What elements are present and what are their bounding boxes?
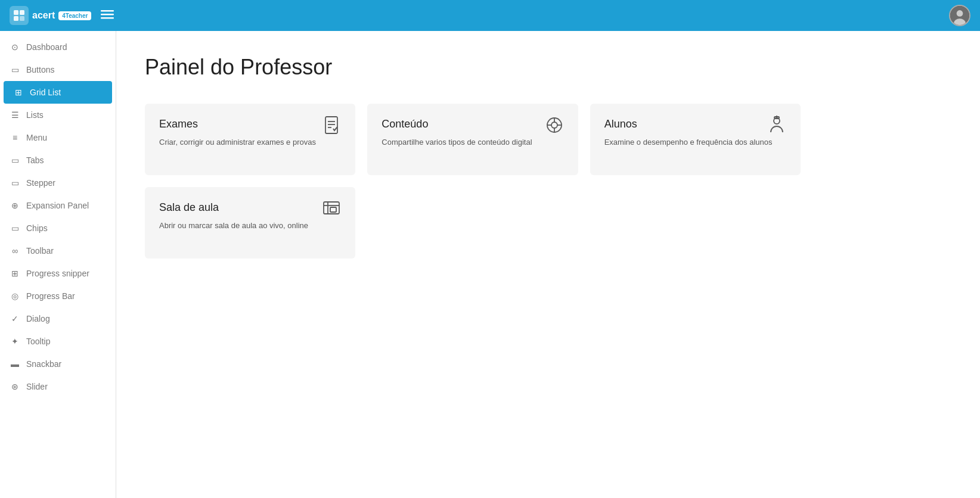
sidebar-label-snackbar: Snackbar bbox=[26, 359, 61, 369]
sidebar-item-expansion-panel[interactable]: ⊕ Expansion Panel bbox=[0, 194, 116, 217]
layout: ⊙ Dashboard ▭ Buttons ⊞ Grid List ☰ List… bbox=[0, 31, 980, 498]
hamburger-button[interactable] bbox=[101, 8, 114, 24]
card-desc-conteudo: Compartilhe varios tipos de conteúdo dig… bbox=[382, 136, 563, 148]
sidebar-item-slider[interactable]: ⊛ Slider bbox=[0, 375, 116, 398]
sidebar-item-menu[interactable]: ≡ Menu bbox=[0, 126, 116, 149]
svg-rect-0 bbox=[14, 10, 18, 15]
sidebar-label-buttons: Buttons bbox=[26, 65, 54, 74]
card-icon-exames bbox=[322, 116, 341, 139]
card-icon-alunos bbox=[767, 116, 786, 139]
card-desc-exames: Criar, corrigir ou administrar exames e … bbox=[159, 136, 341, 148]
svg-rect-26 bbox=[330, 207, 336, 212]
sidebar-item-grid-list[interactable]: ⊞ Grid List bbox=[4, 81, 112, 104]
sidebar-icon-snackbar: ▬ bbox=[10, 359, 20, 369]
main-content: Painel do Professor Exames Criar, corrig… bbox=[116, 31, 980, 498]
sidebar-label-slider: Slider bbox=[26, 382, 48, 391]
card-desc-sala-de-aula: Abrir ou marcar sala de aula ao vivo, on… bbox=[159, 220, 341, 232]
logo[interactable]: acert 4Teacher bbox=[10, 6, 91, 25]
sidebar-label-progress-bar: Progress Bar bbox=[26, 291, 75, 301]
sidebar-item-stepper[interactable]: ▭ Stepper bbox=[0, 172, 116, 194]
sidebar-icon-progress-snipper: ⊞ bbox=[10, 268, 20, 279]
sidebar-icon-grid-list: ⊞ bbox=[13, 87, 24, 98]
sidebar-icon-menu: ≡ bbox=[10, 132, 20, 143]
sidebar-item-dashboard[interactable]: ⊙ Dashboard bbox=[0, 36, 116, 58]
card-icon-conteudo bbox=[545, 116, 564, 139]
sidebar-item-dialog[interactable]: ✓ Dialog bbox=[0, 307, 116, 330]
card-exames[interactable]: Exames Criar, corrigir ou administrar ex… bbox=[145, 104, 355, 175]
sidebar-icon-slider: ⊛ bbox=[10, 381, 20, 392]
sidebar-item-buttons[interactable]: ▭ Buttons bbox=[0, 58, 116, 81]
sidebar-item-chips[interactable]: ▭ Chips bbox=[0, 217, 116, 239]
grid-cards: Exames Criar, corrigir ou administrar ex… bbox=[145, 104, 801, 259]
sidebar-item-progress-bar[interactable]: ◎ Progress Bar bbox=[0, 285, 116, 307]
sidebar-icon-lists: ☰ bbox=[10, 110, 20, 120]
card-title-alunos: Alunos bbox=[604, 118, 786, 130]
sidebar-label-tooltip: Tooltip bbox=[26, 337, 50, 346]
sidebar-label-expansion-panel: Expansion Panel bbox=[26, 201, 89, 210]
svg-rect-6 bbox=[101, 17, 114, 19]
sidebar-icon-buttons: ▭ bbox=[10, 64, 20, 75]
sidebar-icon-tabs: ▭ bbox=[10, 155, 20, 166]
sidebar-icon-dashboard: ⊙ bbox=[10, 42, 20, 52]
page-title: Painel do Professor bbox=[145, 55, 951, 80]
svg-rect-3 bbox=[20, 16, 24, 21]
svg-rect-10 bbox=[325, 117, 337, 133]
card-desc-alunos: Examine o desempenho e frequência dos al… bbox=[604, 136, 786, 148]
logo-text: acert bbox=[32, 10, 55, 21]
card-conteudo[interactable]: Conteúdo Compartilhe varios tipos de con… bbox=[367, 104, 578, 175]
sidebar-label-grid-list: Grid List bbox=[30, 88, 61, 97]
sidebar-label-chips: Chips bbox=[26, 223, 48, 233]
card-icon-sala-de-aula bbox=[322, 199, 341, 222]
topbar: acert 4Teacher bbox=[0, 0, 980, 31]
user-avatar[interactable] bbox=[949, 5, 970, 26]
topbar-left: acert 4Teacher bbox=[10, 6, 114, 25]
sidebar-item-lists[interactable]: ☰ Lists bbox=[0, 104, 116, 126]
svg-rect-5 bbox=[101, 14, 114, 15]
sidebar-item-tooltip[interactable]: ✦ Tooltip bbox=[0, 330, 116, 353]
sidebar-icon-progress-bar: ◎ bbox=[10, 291, 20, 301]
sidebar-label-toolbar: Toolbar bbox=[26, 246, 54, 256]
sidebar-label-stepper: Stepper bbox=[26, 178, 55, 188]
sidebar: ⊙ Dashboard ▭ Buttons ⊞ Grid List ☰ List… bbox=[0, 31, 116, 498]
card-alunos[interactable]: Alunos Examine o desempenho e frequência… bbox=[590, 104, 801, 175]
svg-point-8 bbox=[957, 10, 963, 17]
sidebar-item-toolbar[interactable]: ∞ Toolbar bbox=[0, 239, 116, 262]
sidebar-label-dashboard: Dashboard bbox=[26, 42, 67, 52]
svg-rect-1 bbox=[20, 10, 24, 15]
card-sala-de-aula[interactable]: Sala de aula Abrir ou marcar sala de aul… bbox=[145, 187, 355, 259]
svg-rect-2 bbox=[14, 16, 18, 21]
card-title-conteudo: Conteúdo bbox=[382, 118, 563, 130]
svg-rect-4 bbox=[101, 10, 114, 12]
sidebar-item-tabs[interactable]: ▭ Tabs bbox=[0, 149, 116, 172]
sidebar-label-dialog: Dialog bbox=[26, 314, 50, 323]
sidebar-icon-dialog: ✓ bbox=[10, 313, 20, 324]
sidebar-label-progress-snipper: Progress snipper bbox=[26, 269, 89, 278]
card-title-sala-de-aula: Sala de aula bbox=[159, 201, 341, 214]
sidebar-item-progress-snipper[interactable]: ⊞ Progress snipper bbox=[0, 262, 116, 285]
card-title-exames: Exames bbox=[159, 118, 341, 130]
logo-badge: 4Teacher bbox=[58, 11, 91, 20]
sidebar-icon-expansion-panel: ⊕ bbox=[10, 200, 20, 211]
sidebar-label-tabs: Tabs bbox=[26, 155, 44, 165]
sidebar-label-lists: Lists bbox=[26, 110, 44, 120]
sidebar-label-menu: Menu bbox=[26, 133, 47, 142]
svg-point-15 bbox=[551, 122, 557, 128]
sidebar-icon-toolbar: ∞ bbox=[10, 245, 20, 256]
logo-icon bbox=[10, 6, 29, 25]
sidebar-icon-chips: ▭ bbox=[10, 223, 20, 234]
sidebar-item-snackbar[interactable]: ▬ Snackbar bbox=[0, 353, 116, 375]
sidebar-icon-stepper: ▭ bbox=[10, 178, 20, 188]
sidebar-icon-tooltip: ✦ bbox=[10, 336, 20, 347]
